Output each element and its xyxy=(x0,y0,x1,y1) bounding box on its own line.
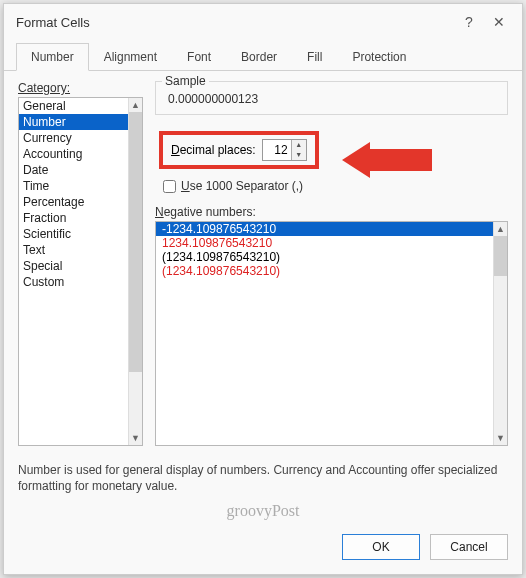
category-item-fraction[interactable]: Fraction xyxy=(19,210,128,226)
thousands-separator-label: Use 1000 Separator (,) xyxy=(181,179,303,193)
neg-scroll-down-icon[interactable]: ▼ xyxy=(494,431,507,445)
spinner-down-icon[interactable]: ▼ xyxy=(292,150,306,160)
category-listbox[interactable]: General Number Currency Accounting Date … xyxy=(18,97,143,446)
neg-scroll-up-icon[interactable]: ▲ xyxy=(494,222,507,236)
tab-border[interactable]: Border xyxy=(226,43,292,71)
category-item-currency[interactable]: Currency xyxy=(19,130,128,146)
dialog-body: Category: General Number Currency Accoun… xyxy=(4,71,522,454)
negative-numbers-label: Negative numbers: xyxy=(155,205,508,219)
category-item-time[interactable]: Time xyxy=(19,178,128,194)
tab-protection[interactable]: Protection xyxy=(337,43,421,71)
category-scrollbar[interactable]: ▲ ▼ xyxy=(128,98,142,445)
tab-font[interactable]: Font xyxy=(172,43,226,71)
negative-option-4[interactable]: (1234.109876543210) xyxy=(156,264,493,278)
category-column: Category: General Number Currency Accoun… xyxy=(18,81,143,446)
negative-numbers-listbox[interactable]: -1234.109876543210 1234.109876543210 (12… xyxy=(155,221,508,446)
scroll-thumb[interactable] xyxy=(129,112,142,372)
neg-scroll-thumb[interactable] xyxy=(494,236,507,276)
sample-group: Sample 0.000000000123 xyxy=(155,81,508,115)
spinner-up-icon[interactable]: ▲ xyxy=(292,140,306,150)
decimal-places-spinner[interactable]: ▲ ▼ xyxy=(262,139,307,161)
settings-column: Sample 0.000000000123 Decimal places: ▲ … xyxy=(155,81,508,446)
scroll-down-icon[interactable]: ▼ xyxy=(129,431,142,445)
help-button[interactable]: ? xyxy=(454,14,484,30)
tab-strip: Number Alignment Font Border Fill Protec… xyxy=(4,36,522,71)
negative-option-1[interactable]: -1234.109876543210 xyxy=(156,222,493,236)
thousands-separator-checkbox[interactable] xyxy=(163,180,176,193)
dialog-title: Format Cells xyxy=(16,15,454,30)
tab-number[interactable]: Number xyxy=(16,43,89,71)
category-label: Category: xyxy=(18,81,143,95)
tab-alignment[interactable]: Alignment xyxy=(89,43,172,71)
scroll-up-icon[interactable]: ▲ xyxy=(129,98,142,112)
decimal-highlight: Decimal places: ▲ ▼ xyxy=(159,131,319,169)
category-item-special[interactable]: Special xyxy=(19,258,128,274)
sample-value: 0.000000000123 xyxy=(164,86,499,108)
category-item-number[interactable]: Number xyxy=(19,114,128,130)
category-item-accounting[interactable]: Accounting xyxy=(19,146,128,162)
watermark-text: groovyPost xyxy=(4,500,522,526)
dialog-footer: OK Cancel xyxy=(4,526,522,574)
ok-button[interactable]: OK xyxy=(342,534,420,560)
tab-fill[interactable]: Fill xyxy=(292,43,337,71)
negative-option-3[interactable]: (1234.109876543210) xyxy=(156,250,493,264)
titlebar: Format Cells ? ✕ xyxy=(4,4,522,36)
negative-option-2[interactable]: 1234.109876543210 xyxy=(156,236,493,250)
sample-label: Sample xyxy=(162,74,209,88)
cancel-button[interactable]: Cancel xyxy=(430,534,508,560)
decimal-places-label: Decimal places: xyxy=(171,143,256,157)
category-item-custom[interactable]: Custom xyxy=(19,274,128,290)
close-button[interactable]: ✕ xyxy=(484,14,514,30)
format-description: Number is used for general display of nu… xyxy=(4,454,522,500)
thousands-separator-row[interactable]: Use 1000 Separator (,) xyxy=(155,177,508,201)
decimal-places-row: Decimal places: ▲ ▼ xyxy=(155,125,508,175)
format-cells-dialog: Format Cells ? ✕ Number Alignment Font B… xyxy=(3,3,523,575)
category-item-text[interactable]: Text xyxy=(19,242,128,258)
decimal-places-input[interactable] xyxy=(263,140,291,160)
category-item-date[interactable]: Date xyxy=(19,162,128,178)
category-item-percentage[interactable]: Percentage xyxy=(19,194,128,210)
category-item-scientific[interactable]: Scientific xyxy=(19,226,128,242)
negative-scrollbar[interactable]: ▲ ▼ xyxy=(493,222,507,445)
category-item-general[interactable]: General xyxy=(19,98,128,114)
